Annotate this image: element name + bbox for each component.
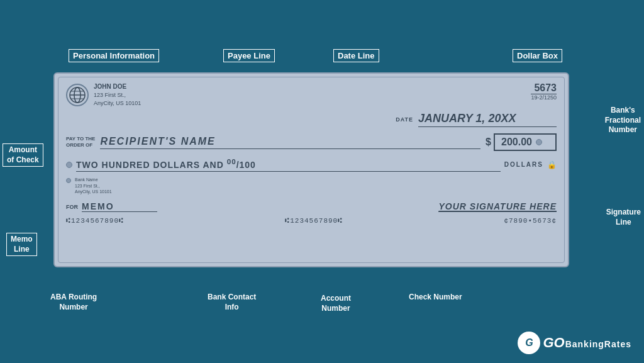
date-label: DATE <box>396 116 413 123</box>
label-dollar-box: Dollar Box <box>513 49 562 62</box>
label-amount-of-check: Amountof Check <box>3 143 43 167</box>
label-memo-line: MemoLine <box>6 233 37 256</box>
label-signature-line: SignatureLine <box>606 208 641 227</box>
label-date-line: Date Line <box>333 49 379 62</box>
label-aba-routing: ABA RoutingNumber <box>50 293 97 312</box>
label-check-number: Check Number <box>409 293 462 303</box>
bank-contact-info: Bank Name 123 First St., AnyCity, US 101… <box>66 177 112 195</box>
signature-line: YOUR SIGNATURE HERE <box>438 201 557 212</box>
label-bank-contact: Bank ContactInfo <box>208 293 256 312</box>
dollar-sign: $ <box>486 137 491 148</box>
payee-line: RECIPIENT'S NAME <box>100 136 480 149</box>
label-personal-information: Personal Information <box>69 49 159 62</box>
written-amount-row: TWO HUNDRED DOLLARS AND 00/100 DOLLARS 🔒 <box>66 157 557 172</box>
label-account-number: AccountNumber <box>321 294 351 313</box>
label-payee-line: Payee Line <box>223 49 275 62</box>
logo: G GO BankingRates <box>518 332 631 354</box>
micr-routing: ⑆1234567890⑆ <box>66 217 124 225</box>
bank-details: Bank Name 123 First St., AnyCity, US 101… <box>75 177 112 195</box>
dollar-box-wrapper: $ 200.00 <box>486 133 557 151</box>
fractional-number: 19-2/1250 <box>531 94 557 101</box>
date-value: JANUARY 1, 20XX <box>418 112 557 127</box>
micr-check: ¢7890•5673¢ <box>504 217 557 225</box>
label-banks-fractional: Bank'sFractionalNumber <box>605 106 641 135</box>
bank-info-row: Bank Name 123 First St., AnyCity, US 101… <box>66 177 557 195</box>
check-address2: AnyCity, US 10101 <box>94 99 141 108</box>
dollar-box: 200.00 <box>494 133 557 151</box>
date-row: DATE JANUARY 1, 20XX <box>66 112 557 127</box>
check-number-area: 5673 19-2/1250 <box>531 82 557 101</box>
memo-label: FOR <box>66 204 78 210</box>
written-amount: TWO HUNDRED DOLLARS AND 00/100 <box>76 157 501 172</box>
memo-section: FOR MEMO <box>66 201 157 212</box>
circle-indicator <box>536 139 542 145</box>
lock-icon: 🔒 <box>547 160 557 169</box>
pay-label: PAY TO THE ORDER OF <box>66 136 95 149</box>
memo-sig-row: FOR MEMO YOUR SIGNATURE HERE <box>66 201 557 212</box>
logo-go: GO <box>543 335 564 351</box>
personal-info-area: JOHN DOE 123 First St., AnyCity, US 1010… <box>66 82 141 107</box>
memo-line: MEMO <box>82 201 157 212</box>
circle-left <box>66 162 72 168</box>
globe-icon <box>66 84 89 106</box>
micr-row: ⑆1234567890⑆ ⑆1234567890⑆ ¢7890•5673¢ <box>66 217 557 225</box>
check-number-value: 5673 <box>531 82 557 94</box>
logo-circle: G <box>518 332 540 354</box>
bank-name: Bank Name <box>75 177 112 183</box>
check-container: JOHN DOE 123 First St., AnyCity, US 1010… <box>53 72 569 267</box>
check-name: JOHN DOE <box>94 82 141 91</box>
bank-addr1: 123 First St., <box>75 183 112 189</box>
pay-row: PAY TO THE ORDER OF RECIPIENT'S NAME $ 2… <box>66 133 557 151</box>
logo-text: GO BankingRates <box>543 335 631 351</box>
check-top-row: JOHN DOE 123 First St., AnyCity, US 1010… <box>66 82 557 107</box>
dollars-label: DOLLARS <box>504 161 543 168</box>
check-address1: 123 First St., <box>94 91 141 99</box>
micr-account: ⑆1234567890⑆ <box>285 217 343 225</box>
check-body: JOHN DOE 123 First St., AnyCity, US 1010… <box>53 72 569 267</box>
personal-text: JOHN DOE 123 First St., AnyCity, US 1010… <box>94 82 141 107</box>
circle-bank <box>66 178 71 183</box>
logo-banking: BankingRates <box>565 339 631 349</box>
amount-value: 200.00 <box>501 137 532 148</box>
bank-addr2: AnyCity, US 10101 <box>75 189 112 195</box>
